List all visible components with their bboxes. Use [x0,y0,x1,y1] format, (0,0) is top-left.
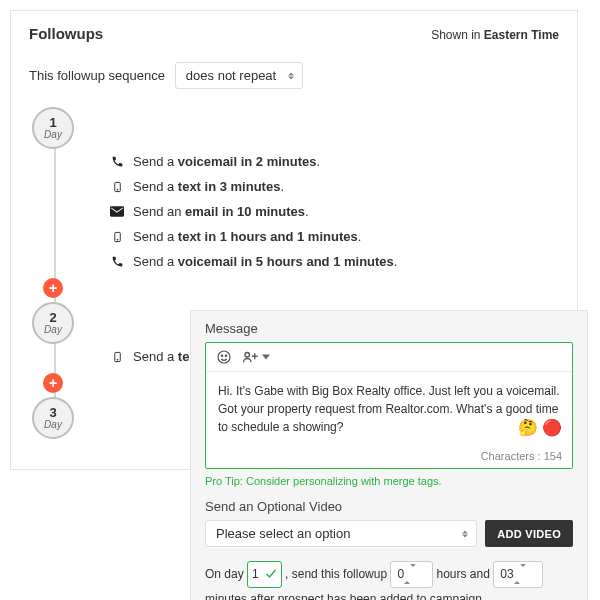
step-text: Send a text in 3 minutes. [119,179,284,194]
char-count: Characters : 154 [206,446,572,468]
card-header: Followups Shown in Eastern Time [11,11,577,54]
day-node-2[interactable]: 2 Day [32,302,74,344]
message-editor-panel: Message Hi. It's Gabe with Big Box Realt… [190,310,588,600]
svg-point-5 [117,359,118,360]
repeat-label: This followup sequence [29,68,165,83]
step-text: Send a text in 1 hours and 1 minutes. [119,229,361,244]
add-step-button[interactable]: + [43,373,63,393]
svg-point-7 [221,355,222,356]
step-text: Send a voicemail in 2 minutes. [119,154,320,169]
schedule-day-input[interactable]: 1 [247,561,282,588]
timezone-label: Shown in Eastern Time [431,28,559,42]
step-row[interactable]: Send a voicemail in 5 hours and 1 minute… [29,249,559,274]
day-node-1[interactable]: 1 Day [32,107,74,149]
schedule-row: On day 1 , send this followup 0 hours an… [205,561,573,600]
email-icon [109,206,125,217]
day-num: 3 [49,406,56,419]
schedule-minutes-select[interactable]: 03 [493,561,542,588]
day-block-1: 1 Day Send a voicemail in 2 minutes. Sen… [29,107,559,274]
step-row[interactable]: Send a text in 1 hours and 1 minutes. [29,224,559,249]
message-box: Hi. It's Gabe with Big Box Realty office… [205,342,573,469]
message-toolbar [206,343,572,372]
svg-point-9 [245,353,250,358]
message-heading: Message [205,321,573,336]
schedule-hours-select[interactable]: 0 [390,561,433,588]
video-heading: Send an Optional Video [205,499,573,514]
step-text: Send an email in 10 minutes. [119,204,309,219]
mobile-icon [109,230,125,244]
svg-point-8 [225,355,226,356]
mobile-icon [109,350,125,364]
check-icon [265,569,277,579]
phone-icon [109,255,125,268]
tz-value: Eastern Time [484,28,559,42]
video-select[interactable]: Please select an option [205,520,477,547]
day-num: 2 [49,311,56,324]
chevron-updown-icon [288,72,294,79]
repeat-select[interactable]: does not repeat [175,62,303,89]
plus-icon: + [49,280,57,296]
repeat-select-value: does not repeat [186,68,276,83]
add-video-button[interactable]: ADD VIDEO [485,520,573,547]
day-num: 1 [49,116,56,129]
step-row[interactable]: Send a text in 3 minutes. [29,174,559,199]
video-select-value: Please select an option [216,526,350,541]
message-textarea[interactable]: Hi. It's Gabe with Big Box Realty office… [206,372,572,446]
plus-icon: + [49,375,57,391]
mobile-icon [109,180,125,194]
svg-point-1 [117,189,118,190]
phone-icon [109,155,125,168]
video-section: Send an Optional Video Please select an … [205,499,573,547]
chevron-updown-icon [462,530,468,537]
red-circle-emoji-icon: 🔴 [542,416,562,440]
step-row[interactable]: Send a voicemail in 2 minutes. [29,149,559,174]
day-label: Day [44,324,62,335]
tz-prefix: Shown in [431,28,484,42]
reaction-icons: 🤔 🔴 [518,416,562,440]
pro-tip: Pro Tip: Consider personalizing with mer… [205,475,573,487]
svg-point-6 [218,351,230,363]
svg-point-3 [117,239,118,240]
add-step-button[interactable]: + [43,278,63,298]
page-title: Followups [29,25,103,42]
step-text: Send a text [119,349,201,364]
day-node-3[interactable]: 3 Day [32,397,74,439]
repeat-row: This followup sequence does not repeat [11,54,577,101]
merge-tag-button[interactable] [242,350,270,364]
thinking-emoji-icon: 🤔 [518,416,538,440]
step-row[interactable]: Send an email in 10 minutes. [29,199,559,224]
step-text: Send a voicemail in 5 hours and 1 minute… [119,254,397,269]
emoji-button[interactable] [216,349,232,365]
day-label: Day [44,129,62,140]
chevron-updown-icon [514,563,526,586]
day-label: Day [44,419,62,430]
message-text: Hi. It's Gabe with Big Box Realty office… [218,384,560,434]
chevron-updown-icon [404,563,416,586]
